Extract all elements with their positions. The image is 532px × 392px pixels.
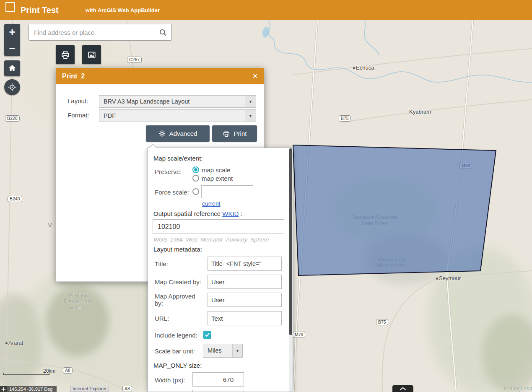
- width-input[interactable]: [192, 372, 244, 387]
- attribution-toggle-button[interactable]: [392, 385, 413, 392]
- close-icon[interactable]: ×: [252, 72, 258, 81]
- sr-colon: :: [241, 210, 242, 217]
- wkid-input[interactable]: [153, 219, 284, 234]
- coordinate-readout: 145.254 -36.917 Deg: [7, 386, 57, 392]
- basemap-widget-button[interactable]: [82, 45, 101, 64]
- advanced-button-label: Advanced: [169, 130, 197, 137]
- zoom-out-label: −: [9, 43, 15, 54]
- created-by-label: Map Created by:: [155, 278, 201, 286]
- search-box: [29, 24, 172, 41]
- created-by-input[interactable]: [208, 275, 282, 289]
- force-scale-label: Force scale:: [155, 189, 189, 196]
- url-input[interactable]: [208, 311, 282, 325]
- layout-dropdown-value: BRV A3 Map Landscape Layout: [99, 96, 244, 107]
- format-dropdown-value: PDF: [99, 110, 244, 122]
- wkid-link[interactable]: WKID: [222, 210, 239, 217]
- height-input[interactable]: [192, 390, 244, 392]
- force-scale-radio[interactable]: [192, 188, 199, 195]
- map-dot-seymour: [436, 278, 438, 280]
- print-button-label: Print: [234, 130, 247, 137]
- map-label-redcastle-1: Redcastle-Greytown: [352, 214, 398, 220]
- road-badge-m39: M39: [459, 163, 472, 169]
- coordinate-widget: 145.254 -36.917 Deg: [0, 386, 57, 392]
- map-extent-radio[interactable]: [192, 175, 199, 182]
- approved-by-input[interactable]: [208, 293, 282, 307]
- road-badge-b75-north: B75: [339, 115, 351, 122]
- print-dialog-title: Print_2: [62, 73, 85, 80]
- road-badge-a8-south: A8: [122, 386, 132, 392]
- layout-dropdown[interactable]: BRV A3 Map Landscape Layout ▾: [99, 95, 256, 108]
- include-legend-checkbox[interactable]: [203, 331, 211, 339]
- map-extent-option-label[interactable]: map extent: [202, 175, 233, 182]
- map-label-toolangi: Toolangi State: [503, 386, 532, 392]
- print-widget-button[interactable]: [56, 45, 75, 64]
- zoom-in-label: +: [9, 26, 15, 37]
- home-button[interactable]: [4, 60, 20, 76]
- title-label: Title:: [155, 260, 168, 267]
- search-button[interactable]: [154, 24, 171, 40]
- road-badge-a8-west: A8: [63, 367, 73, 374]
- search-input[interactable]: [29, 24, 154, 40]
- road-badge-b240: B240: [8, 196, 22, 202]
- advanced-panel-scrollbar[interactable]: [289, 148, 293, 392]
- road-badge-b75-south: B75: [376, 319, 388, 325]
- check-icon: [205, 332, 210, 337]
- layout-label: Layout:: [67, 97, 88, 104]
- chevron-down-icon[interactable]: ▾: [245, 110, 256, 122]
- section-layout-metadata: Layout metadata:: [153, 246, 202, 253]
- spatial-reference-label: Output spatial reference WKID :: [153, 210, 242, 217]
- map-scale-option-label[interactable]: map scale: [202, 166, 230, 174]
- map-scale-radio[interactable]: [192, 166, 199, 173]
- map-label-echuca: Echuca: [356, 65, 374, 71]
- zoom-in-button[interactable]: +: [4, 24, 20, 40]
- map-dot-echuca: [353, 67, 355, 69]
- advanced-panel: Map scale/extent: Preserve: map scale ma…: [148, 148, 293, 392]
- chevron-down-icon[interactable]: ▾: [232, 344, 242, 357]
- locate-icon: [8, 83, 17, 92]
- preserve-label: Preserve:: [155, 168, 182, 175]
- print-dialog-header[interactable]: Print_2 ×: [56, 68, 264, 84]
- format-dropdown[interactable]: PDF ▾: [99, 109, 256, 122]
- map-label-redcastle-2: State Forest: [361, 221, 389, 226]
- gear-icon: [158, 130, 166, 137]
- map-label-puckapunyal-1: Puckapunyal: [378, 256, 407, 262]
- chevron-up-icon: [398, 387, 407, 391]
- app: Echuca Kyabram Seymour Ararat Redcastle-…: [0, 0, 532, 392]
- printer-icon: [223, 130, 230, 138]
- app-subtitle: with ArcGIS Web AppBuilder: [86, 7, 160, 13]
- include-legend-label: Include legend:: [155, 332, 197, 339]
- map-label-pyrenees-1: Pyrenees: [67, 292, 89, 298]
- url-label: URL:: [155, 315, 169, 322]
- advanced-button[interactable]: Advanced: [146, 125, 210, 142]
- printer-icon: [61, 50, 70, 60]
- basemap-icon: [87, 50, 96, 60]
- road-badge-b220: B220: [5, 115, 20, 122]
- map-label-ararat: Ararat: [8, 340, 23, 346]
- search-icon: [159, 29, 167, 36]
- print-button[interactable]: Print: [212, 125, 257, 142]
- title-input[interactable]: [208, 257, 282, 271]
- scale-bar-unit-label: Scale bar unit:: [155, 348, 195, 355]
- scrollbar-thumb[interactable]: [289, 148, 292, 335]
- locate-button[interactable]: [4, 79, 20, 95]
- scale-bar-unit-dropdown[interactable]: Miles ▾: [203, 344, 243, 358]
- map-label-seymour: Seymour: [439, 275, 461, 281]
- road-badge-m79: M79: [293, 332, 305, 338]
- map-label-puckapunyal-2: Military Area: [377, 262, 405, 268]
- sr-label-text: Output spatial reference: [153, 210, 221, 217]
- zoom-out-button[interactable]: −: [4, 40, 20, 56]
- app-logo: [5, 2, 15, 12]
- map-label-pyrenees-2: Range State: [64, 299, 92, 304]
- app-header: Print Test with ArcGIS Web AppBuilder: [0, 0, 532, 20]
- section-map-scale-extent: Map scale/extent:: [153, 155, 203, 162]
- approved-by-label: Map Approved by:: [155, 293, 202, 307]
- home-icon: [8, 64, 16, 73]
- map-dot-ararat: [5, 342, 8, 344]
- app-title: Print Test: [21, 5, 59, 15]
- crosshair-icon[interactable]: [0, 386, 7, 392]
- map-label-kyabram: Kyabram: [409, 109, 431, 115]
- current-scale-link[interactable]: current: [202, 200, 221, 207]
- force-scale-input[interactable]: [201, 185, 253, 198]
- road-badge-c267: C267: [127, 57, 142, 63]
- chevron-down-icon[interactable]: ▾: [245, 96, 256, 107]
